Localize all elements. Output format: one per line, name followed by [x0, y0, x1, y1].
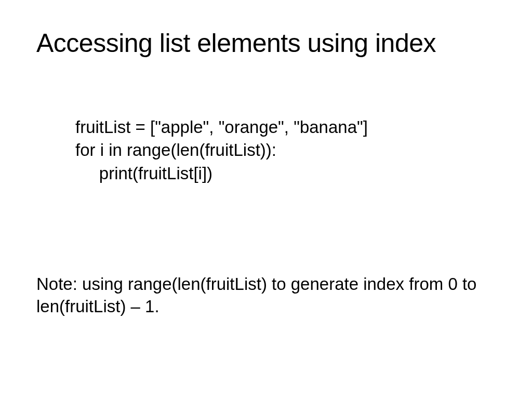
slide-container: Accessing list elements using index frui…: [0, 0, 532, 399]
code-block: fruitList = ["apple", "orange", "banana"…: [75, 116, 496, 185]
note-text: Note: using range(len(fruitList) to gene…: [36, 273, 494, 318]
slide-title: Accessing list elements using index: [36, 29, 496, 59]
